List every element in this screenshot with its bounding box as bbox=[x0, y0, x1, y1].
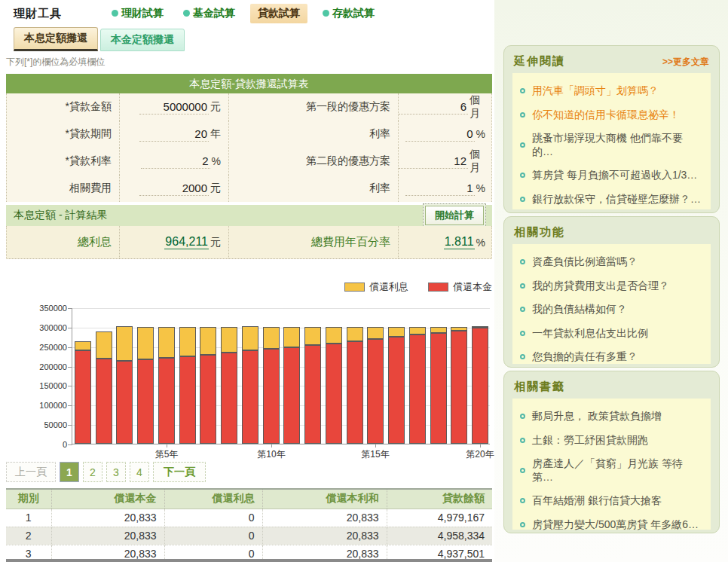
sidebar-link[interactable]: 房產達人／「貧窮」月光族 等待第… bbox=[518, 452, 705, 489]
bar-principal-year7 bbox=[200, 355, 216, 444]
promo2-months-unit: 個月 bbox=[470, 148, 485, 175]
y-axis-label: 150000 bbox=[14, 381, 67, 390]
circle-bullet-icon bbox=[520, 468, 525, 473]
tab-本息定額攤還[interactable]: 本息定額攤還 bbox=[14, 27, 98, 51]
nav-item-貸款試算[interactable]: 貸款試算 bbox=[250, 4, 307, 23]
calculate-button[interactable]: 開始計算 bbox=[425, 206, 484, 225]
sidebar-link[interactable]: 你不知道的信用卡循環息祕辛！ bbox=[518, 103, 705, 127]
sidebar-link[interactable]: 我的負債結構如何？ bbox=[518, 298, 705, 322]
gridline bbox=[72, 367, 490, 368]
table-cell: 1 bbox=[6, 509, 51, 527]
form-row: *貸款金額5000000元第一段的優惠方案6個月 bbox=[7, 93, 491, 121]
sidebar-link[interactable]: 用汽車「調頭寸」划算嗎？ bbox=[518, 79, 705, 103]
nav-item-理財試算[interactable]: 理財試算 bbox=[107, 5, 168, 23]
total-interest-unit: 元 bbox=[210, 236, 221, 249]
page-button-4[interactable]: 4 bbox=[130, 462, 149, 482]
bar-interest-year9 bbox=[242, 326, 258, 350]
sidebar-link-label: 銀行放款保守，信貸碰壁怎麼辦？… bbox=[532, 193, 701, 206]
bar-principal-year2 bbox=[96, 359, 112, 444]
sidebar-link[interactable]: 資產負債比例適當嗎？ bbox=[518, 250, 705, 274]
sidebar-box-panel: 用汽車「調頭寸」划算嗎？你不知道的信用卡循環息祕辛！跳蚤市場浮現大商機 他們靠不… bbox=[512, 73, 711, 209]
sidebar-link[interactable]: 算房貸 每月負擔不可超過收入1/3… bbox=[518, 163, 705, 188]
form-label-cell: 第二段的優惠方案 bbox=[229, 148, 399, 175]
sidebar-link-label: 郵局升息， 政策貸款負擔增 bbox=[532, 410, 662, 423]
bar-interest-year6 bbox=[179, 327, 196, 356]
bar-interest-year5 bbox=[158, 327, 175, 358]
form-value-cell: 6個月 bbox=[399, 93, 493, 121]
sidebar-link-label: 您負擔的責任有多重？ bbox=[532, 350, 638, 364]
form-row: *貸款期間20年利率0% bbox=[7, 121, 491, 148]
bar-interest-year20 bbox=[472, 326, 488, 328]
required-field-note: 下列[*]的欄位為必填欄位 bbox=[6, 56, 105, 69]
tab-本金定額攤還[interactable]: 本金定額攤還 bbox=[100, 29, 185, 51]
circle-bullet-icon bbox=[520, 354, 525, 359]
table-clip-edge bbox=[6, 559, 492, 562]
bar-principal-year6 bbox=[179, 356, 196, 444]
promo2-months-input[interactable]: 12 bbox=[399, 154, 468, 169]
nav-item-label: 貸款試算 bbox=[258, 7, 300, 20]
x-axis-label: 第15年 bbox=[353, 448, 398, 461]
sidebar-link[interactable]: 我的房貸費用支出是否合理？ bbox=[518, 274, 705, 298]
sidebar-link[interactable]: 房貸壓力變大/500萬房貸 年多繳6… bbox=[518, 513, 705, 537]
chart-legend: 償還利息償還本金 bbox=[6, 280, 492, 294]
loan-amount-input[interactable]: 5000000 bbox=[139, 100, 209, 115]
sidebar-link[interactable]: 銀行放款保守，信貸碰壁怎麼辦？… bbox=[518, 188, 705, 212]
bar-interest-year1 bbox=[75, 341, 91, 350]
x-tick bbox=[271, 444, 272, 447]
sidebar-link[interactable]: 郵局升息， 政策貸款負擔增 bbox=[518, 405, 705, 429]
legend-label: 償還利息 bbox=[369, 280, 408, 294]
table-row: 120,833020,8334,979,167 bbox=[6, 509, 492, 527]
loan-rate-input[interactable]: 2 bbox=[141, 154, 210, 169]
sidebar-link-label: 算房貸 每月負擔不可超過收入1/3… bbox=[532, 169, 697, 182]
calculate-button-wrap[interactable]: 開始計算 bbox=[423, 203, 486, 228]
promo1-rate-input[interactable]: 0 bbox=[405, 127, 475, 142]
table-header-期別: 期別 bbox=[6, 489, 51, 509]
gridline bbox=[72, 308, 490, 309]
sidebar-link[interactable]: 跳蚤市場浮現大商機 他們靠不要的… bbox=[518, 127, 705, 163]
y-axis-label: 50000 bbox=[14, 420, 67, 429]
bar-principal-year13 bbox=[326, 344, 342, 444]
promo2-rate-input[interactable]: 1 bbox=[405, 182, 475, 196]
bar-interest-year14 bbox=[347, 327, 363, 341]
circle-bullet-icon bbox=[520, 522, 525, 527]
result-header-label: 本息定額 - 計算結果 bbox=[14, 209, 107, 222]
sidebar-box-header: 相關書籤 bbox=[512, 378, 711, 399]
prev-page-button[interactable]: 上一頁 bbox=[6, 462, 56, 482]
nav-item-存款試算[interactable]: 存款試算 bbox=[318, 5, 379, 23]
sidebar-link-label: 跳蚤市場浮現大商機 他們靠不要的… bbox=[532, 132, 703, 158]
form-label-cell: *貸款利率 bbox=[7, 148, 120, 175]
sidebar-link-label: 我的房貸費用支出是否合理？ bbox=[532, 279, 669, 293]
table-cell: 20,833 bbox=[51, 509, 164, 527]
sidebar-link-label: 一年貸款利息佔支出比例 bbox=[532, 327, 648, 341]
page-button-3[interactable]: 3 bbox=[106, 462, 126, 482]
promo1-months-input[interactable]: 6 bbox=[399, 100, 468, 115]
page-title: 理財工具 bbox=[14, 7, 62, 21]
loan-period-input[interactable]: 20 bbox=[139, 127, 209, 142]
loan-calculator-page: 理財工具 理財試算基金試算貸款試算存款試算 本息定額攤還本金定額攤還 下列[*]… bbox=[0, 0, 728, 562]
related-fee-input[interactable]: 2000 bbox=[139, 182, 209, 196]
result-row: 總利息 964,211 元 總費用年百分率 1.811 % bbox=[6, 226, 492, 259]
page-button-1[interactable]: 1 bbox=[60, 462, 79, 482]
sidebar-box-related-functions: 相關功能資產負債比例適當嗎？我的房貸費用支出是否合理？我的負債結構如何？一年貸款… bbox=[503, 216, 720, 368]
x-axis-label: 第10年 bbox=[249, 448, 294, 461]
sidebar-link-label: 百年結婚潮 銀行信貸大搶客 bbox=[532, 494, 662, 508]
page-button-2[interactable]: 2 bbox=[83, 462, 102, 482]
circle-bullet-icon bbox=[520, 142, 525, 148]
next-page-button[interactable]: 下一頁 bbox=[153, 462, 206, 482]
form-value-cell: 5000000元 bbox=[120, 93, 229, 121]
nav-item-基金試算[interactable]: 基金試算 bbox=[179, 5, 240, 23]
sidebar-link[interactable]: 一年貸款利息佔支出比例 bbox=[518, 322, 705, 346]
bar-interest-year10 bbox=[263, 327, 280, 349]
promo2-months-label: 第二段的優惠方案 bbox=[306, 154, 390, 168]
apr-label: 總費用年百分率 bbox=[311, 235, 390, 249]
sidebar-link[interactable]: 您負擔的責任有多重？ bbox=[518, 345, 705, 369]
sidebar-link[interactable]: 土銀：勞工紓困貸款開跑 bbox=[518, 429, 705, 453]
circle-bullet-icon bbox=[520, 331, 525, 336]
more-articles-link[interactable]: >>更多文章 bbox=[662, 56, 709, 69]
promo1-months-label: 第一段的優惠方案 bbox=[306, 100, 390, 114]
sidebar-link[interactable]: 百年結婚潮 銀行信貸大搶客 bbox=[518, 489, 705, 513]
circle-bullet-icon bbox=[520, 259, 525, 264]
y-tick bbox=[68, 347, 72, 348]
form-label-cell: *貸款金額 bbox=[7, 93, 120, 121]
y-tick bbox=[68, 308, 72, 309]
